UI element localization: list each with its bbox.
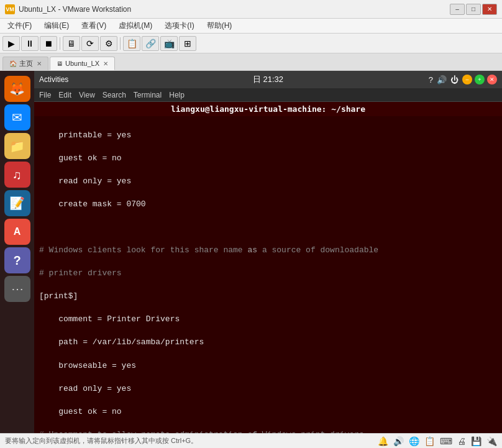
menu-view[interactable]: 查看(V) [76,19,111,32]
content-line-4: create mask = 0700 [39,199,497,211]
term-menu-terminal[interactable]: Terminal [134,91,162,99]
home-icon: 🏠 [9,60,17,67]
menu-tabs[interactable]: 选项卡(I) [160,19,199,32]
statusbar-icon-6[interactable]: 🖨 [457,436,466,446]
tab-bar: 🏠 主页 ✕ 🖥 Ubuntu_LX ✕ [0,53,502,71]
vm-window: 🦊 ✉ 📁 ♫ 📝 A ? ⋯ Activities 日 21:32 ? 🔊 ⏻… [0,71,502,433]
sidebar-rhythmbox[interactable]: ♫ [4,162,30,188]
toolbar-btn-3[interactable]: ⏹ [40,36,57,51]
content-line-2: guest ok = no [39,153,497,165]
tab-home[interactable]: 🏠 主页 ✕ [2,57,48,70]
terminal-title-bar: liangxu@liangxu-virtual-machine: ~/share [34,102,502,116]
vmware-toolbar: ▶ ⏸ ⏹ 🖥 ⟳ ⚙ 📋 🔗 📺 ⊞ [0,34,502,53]
toolbar-btn-2[interactable]: ⏸ [21,36,39,51]
window-controls: – □ ✕ [450,4,497,15]
vmware-app-icon: VM [5,4,15,14]
statusbar-icon-8[interactable]: 🔌 [486,436,497,446]
statusbar-icon-4[interactable]: 📋 [424,436,435,446]
term-max-btn[interactable]: + [475,75,485,85]
statusbar-icon-2[interactable]: 🔊 [393,436,404,446]
toolbar-btn-7[interactable]: 📋 [123,36,140,51]
sidebar-apps[interactable]: ⋯ [4,276,30,302]
toolbar-btn-10[interactable]: ⊞ [179,36,196,51]
toolbar-sep-2 [120,37,121,50]
menu-edit[interactable]: 编辑(E) [39,19,74,32]
statusbar-right: 🔔 🔊 🌐 📋 ⌨ 🖨 💾 🔌 [378,436,497,446]
ubuntu-sidebar: 🦊 ✉ 📁 ♫ 📝 A ? ⋯ [0,71,34,433]
toolbar-btn-6[interactable]: ⚙ [100,36,117,51]
tab-ubuntu-close[interactable]: ✕ [103,60,108,67]
terminal-win-controls: – + ✕ [462,75,497,85]
menu-file[interactable]: 文件(F) [2,19,37,32]
minimize-button[interactable]: – [450,4,465,15]
sidebar-thunderbird[interactable]: ✉ [4,104,30,130]
menu-help[interactable]: 帮助(H) [202,19,237,32]
sidebar-libreoffice[interactable]: 📝 [4,190,30,216]
content-line-10: path = /var/lib/samba/printers [39,337,497,349]
term-menu-help[interactable]: Help [169,91,185,99]
toolbar-btn-4[interactable]: 🖥 [63,36,80,51]
content-line-7: # printer drivers [39,268,497,280]
term-menu-view[interactable]: View [79,91,95,99]
toolbar-btn-9[interactable]: 📺 [160,36,178,51]
maximize-button[interactable]: □ [466,4,481,15]
terminal-topbar: Activities 日 21:32 ? 🔊 ⏻ – + ✕ [34,71,502,88]
term-menu-file[interactable]: File [39,91,51,99]
tab-ubuntu-label: Ubuntu_LX [65,60,99,67]
toolbar-btn-1[interactable]: ▶ [2,36,20,51]
volume-icon[interactable]: 🔊 [437,75,447,85]
tab-ubuntu[interactable]: 🖥 Ubuntu_LX ✕ [50,57,115,70]
close-button[interactable]: ✕ [482,4,497,15]
content-line-8: [print$] [39,291,497,303]
menu-vm[interactable]: 虚拟机(M) [114,19,157,32]
statusbar-text: 要将输入定向到该虚拟机，请将鼠标指针移入其中或按 Ctrl+G。 [5,436,198,446]
content-line-9: comment = Printer Drivers [39,314,497,326]
sidebar-software[interactable]: A [4,219,30,245]
content-line-14: # Uncomment to allow remote administrati… [39,429,497,433]
terminal-title-text: liangxu@liangxu-virtual-machine: ~/share [171,104,365,114]
statusbar-icon-5[interactable]: ⌨ [440,436,452,446]
toolbar-btn-8[interactable]: 🔗 [142,36,159,51]
tab-home-label: 主页 [19,59,33,68]
statusbar-icon-7[interactable]: 💾 [471,436,481,446]
sidebar-firefox[interactable]: 🦊 [4,76,30,102]
content-line-3: read only = yes [39,176,497,188]
content-line-6: # Windows clients look for this share na… [39,245,497,257]
content-line-11: browseable = yes [39,360,497,372]
terminal-content[interactable]: printable = yes guest ok = no read only … [34,116,502,433]
vmware-title: Ubuntu_LX - VMware Workstation [19,5,450,14]
term-menu-edit[interactable]: Edit [58,91,71,99]
statusbar-icon-1[interactable]: 🔔 [378,436,388,446]
term-close-btn[interactable]: ✕ [487,75,497,85]
tab-home-close[interactable]: ✕ [37,60,42,67]
terminal-container: Activities 日 21:32 ? 🔊 ⏻ – + ✕ File Edit… [34,71,502,433]
content-line-12: read only = yes [39,383,497,395]
statusbar-icon-3[interactable]: 🌐 [409,436,419,446]
vm-statusbar: 要将输入定向到该虚拟机，请将鼠标指针移入其中或按 Ctrl+G。 🔔 🔊 🌐 📋… [0,433,502,448]
content-line-1: printable = yes [39,130,497,142]
clock-display: 日 21:32 [253,74,283,85]
toolbar-btn-5[interactable]: ⟳ [81,36,99,51]
topbar-right-icons: ? 🔊 ⏻ – + ✕ [429,75,497,85]
content-line-13: guest ok = no [39,406,497,418]
sidebar-files[interactable]: 📁 [4,133,30,159]
question-icon: ? [429,75,433,85]
vm-icon: 🖥 [57,60,63,67]
term-menu-search[interactable]: Search [103,91,126,99]
vmware-titlebar: VM Ubuntu_LX - VMware Workstation – □ ✕ [0,0,502,19]
toolbar-sep-1 [60,37,60,50]
terminal-menubar: File Edit View Search Terminal Help [34,88,502,102]
term-min-btn[interactable]: – [462,75,472,85]
vmware-menubar: 文件(F) 编辑(E) 查看(V) 虚拟机(M) 选项卡(I) 帮助(H) [0,19,502,34]
content-line-5 [39,222,497,234]
sidebar-help[interactable]: ? [4,247,30,273]
activities-label[interactable]: Activities [39,75,68,84]
power-icon[interactable]: ⏻ [450,75,459,85]
